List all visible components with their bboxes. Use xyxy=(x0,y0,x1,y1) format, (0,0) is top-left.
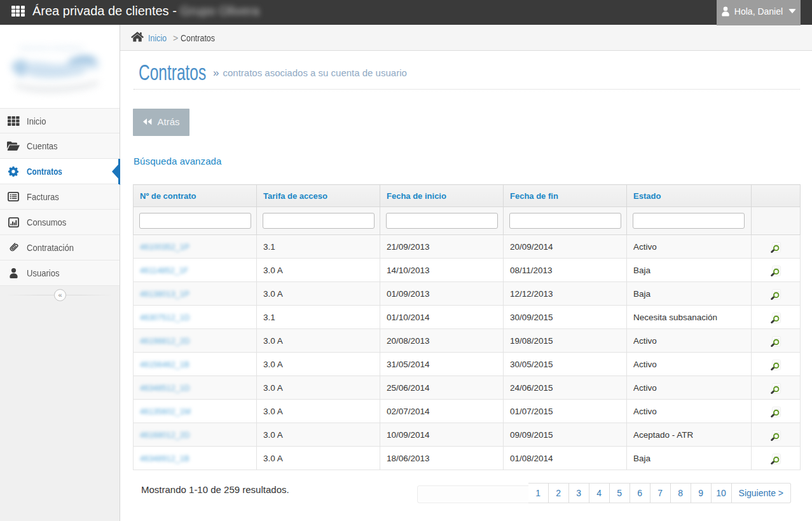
svg-text:soluciones energeticas: soluciones energeticas xyxy=(19,44,84,51)
